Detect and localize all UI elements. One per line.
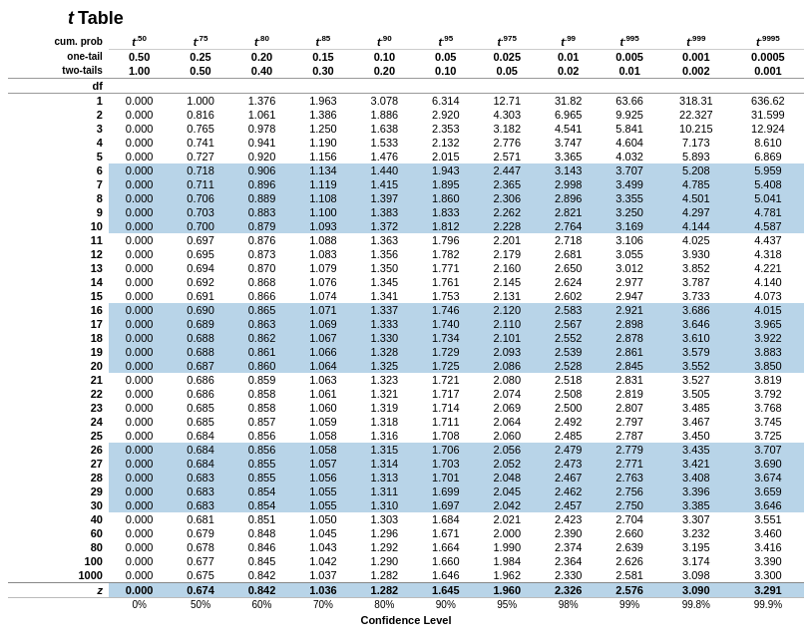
cell-value: 4.318 — [732, 247, 804, 261]
cell-value: 3.690 — [732, 457, 804, 471]
cell-value: 2.776 — [477, 136, 538, 150]
cell-value: 2.787 — [599, 429, 659, 443]
cell-value: 1.476 — [354, 150, 415, 163]
cell-value: 1.156 — [292, 150, 353, 163]
cell-value: 1.119 — [292, 177, 353, 191]
z-cell-value: 1.645 — [415, 582, 476, 597]
cell-value: 0.000 — [109, 177, 170, 191]
cell-value: 4.437 — [732, 233, 804, 247]
t-table: cum. prob t.50 t.75 t.80 t.85 t.90 t.95 … — [8, 33, 804, 627]
cell-value: 3.416 — [732, 540, 804, 554]
cell-value: 2.750 — [599, 498, 659, 512]
cell-value: 0.920 — [231, 150, 292, 163]
cell-value: 1.057 — [292, 457, 353, 471]
cell-value: 0.846 — [231, 540, 292, 554]
one-tail-4: 0.10 — [354, 49, 415, 64]
cell-value: 2.878 — [599, 331, 659, 345]
cell-value: 1.058 — [292, 443, 353, 457]
cell-value: 2.704 — [599, 512, 659, 526]
t-symbol: t — [68, 8, 74, 29]
cell-value: 2.042 — [477, 498, 538, 512]
one-tail-9: 0.001 — [660, 49, 732, 64]
df-value: 12 — [8, 247, 109, 261]
cell-value: 2.262 — [477, 205, 538, 219]
one-tail-5: 0.05 — [415, 49, 476, 64]
table-row: 250.0000.6840.8561.0581.3161.7082.0602.4… — [8, 429, 804, 443]
col-t80: t.80 — [231, 33, 292, 49]
cell-value: 3.408 — [660, 471, 732, 484]
cell-value: 2.364 — [538, 554, 599, 568]
cell-value: 2.845 — [599, 359, 659, 373]
cell-value: 0.848 — [231, 526, 292, 540]
title-row: t Table — [8, 8, 804, 29]
cell-value: 1.250 — [292, 122, 353, 136]
table-row: 270.0000.6840.8551.0571.3141.7032.0522.4… — [8, 457, 804, 471]
cell-value: 0.000 — [109, 484, 170, 498]
cell-value: 0.000 — [109, 191, 170, 205]
cell-value: 3.733 — [660, 289, 732, 303]
cell-value: 1.734 — [415, 331, 476, 345]
pct-cell: 90% — [415, 597, 476, 611]
cell-value: 1.050 — [292, 512, 353, 526]
cell-value: 0.000 — [109, 359, 170, 373]
cell-value: 0.700 — [170, 219, 230, 233]
cell-value: 2.365 — [477, 177, 538, 191]
cell-value: 2.479 — [538, 443, 599, 457]
z-cell-value: 1.282 — [354, 582, 415, 597]
one-tail-1: 0.25 — [170, 49, 230, 64]
z-cell-value: 3.291 — [732, 582, 804, 597]
confidence-level-row: Confidence Level — [8, 611, 804, 627]
cell-value: 1.721 — [415, 373, 476, 387]
pct-cell: 99.8% — [660, 597, 732, 611]
cell-value: 0.684 — [170, 457, 230, 471]
df-value: 14 — [8, 275, 109, 289]
cell-value: 0.941 — [231, 136, 292, 150]
cell-value: 0.863 — [231, 317, 292, 331]
cell-value: 2.718 — [538, 233, 599, 247]
cell-value: 2.015 — [415, 150, 476, 163]
cell-value: 1.376 — [231, 93, 292, 108]
cell-value: 0.865 — [231, 303, 292, 317]
cell-value: 0.683 — [170, 498, 230, 512]
cell-value: 1.812 — [415, 219, 476, 233]
cell-value: 0.000 — [109, 303, 170, 317]
cell-value: 1.860 — [415, 191, 476, 205]
cell-value: 3.300 — [732, 568, 804, 583]
cell-value: 5.893 — [660, 150, 732, 163]
col-t975: t.975 — [477, 33, 538, 49]
cell-value: 1.060 — [292, 401, 353, 415]
cell-value: 1.059 — [292, 415, 353, 429]
cell-value: 1.055 — [292, 498, 353, 512]
cell-value: 1.383 — [354, 205, 415, 219]
pct-cell: 95% — [477, 597, 538, 611]
cell-value: 2.771 — [599, 457, 659, 471]
pct-cell: 99.9% — [732, 597, 804, 611]
cell-value: 0.000 — [109, 275, 170, 289]
cell-value: 2.602 — [538, 289, 599, 303]
cell-value: 0.765 — [170, 122, 230, 136]
cell-value: 2.639 — [599, 540, 659, 554]
cell-value: 0.000 — [109, 540, 170, 554]
cell-value: 0.688 — [170, 331, 230, 345]
one-tail-10: 0.0005 — [732, 49, 804, 64]
cell-value: 0.000 — [109, 512, 170, 526]
cell-value: 1.746 — [415, 303, 476, 317]
cell-value: 12.924 — [732, 122, 804, 136]
table-row: 230.0000.6850.8581.0601.3191.7142.0692.5… — [8, 401, 804, 415]
cell-value: 0.685 — [170, 401, 230, 415]
cell-value: 1.323 — [354, 373, 415, 387]
cell-value: 2.500 — [538, 401, 599, 415]
cell-value: 636.62 — [732, 93, 804, 108]
cell-value: 0.684 — [170, 429, 230, 443]
cell-value: 1.134 — [292, 163, 353, 177]
cell-value: 1.315 — [354, 443, 415, 457]
cell-value: 2.228 — [477, 219, 538, 233]
cell-value: 1.386 — [292, 108, 353, 122]
cell-value: 1.108 — [292, 191, 353, 205]
df-value: 20 — [8, 359, 109, 373]
cell-value: 1.963 — [292, 93, 353, 108]
table-row: 280.0000.6830.8551.0561.3131.7012.0482.4… — [8, 471, 804, 484]
one-tail-8: 0.005 — [599, 49, 659, 64]
cell-value: 2.074 — [477, 387, 538, 401]
df-value: 19 — [8, 345, 109, 359]
